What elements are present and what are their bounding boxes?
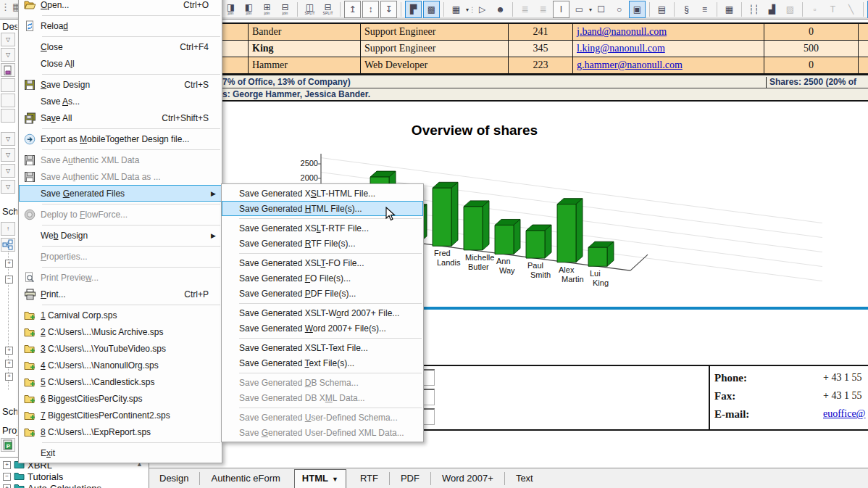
filter-button[interactable]: ▽: [1, 148, 15, 162]
join-below-icon[interactable]: ⊟join: [277, 1, 293, 18]
menu-item-3-c-users-youtubevideo-sps[interactable]: 3 C:\Users\...\YouTubeVideo.sps: [19, 340, 222, 357]
tree-expander-icon[interactable]: +: [3, 484, 11, 488]
split-vertical-icon[interactable]: ⊟SPLIT: [320, 1, 336, 18]
tree-expander-icon[interactable]: +: [5, 360, 13, 368]
tree-expander-icon[interactable]: +: [5, 260, 13, 268]
menu-item-save-generated-user-defined-xml-data[interactable]: Save Generated User-Defined XML Data...: [222, 425, 423, 440]
radio-button-icon[interactable]: ○: [611, 1, 627, 18]
split-horizontal-icon[interactable]: ◫SPLIT: [301, 1, 318, 18]
menu-item-2-c-users-music-archive-sps[interactable]: 2 C:\Users\...\Music Archive.sps: [19, 323, 222, 340]
menu-item-print-preview[interactable]: Print Preview...: [19, 269, 222, 286]
tab-html[interactable]: HTML▼: [294, 469, 346, 488]
tab-dropdown-icon[interactable]: ▼: [332, 476, 338, 483]
tree-expander-icon[interactable]: +: [5, 347, 13, 355]
menu-item-save-generated-xslt-html-file[interactable]: Save Generated XSLT-HTML File...: [222, 186, 423, 201]
menu-item-4-c-users-nanonullorg-sps[interactable]: 4 C:\Users\...\NanonullOrg.sps: [19, 357, 222, 373]
menu-item-save-generated-db-schema[interactable]: Save Generated DB Schema...: [222, 375, 423, 390]
chart-icon[interactable]: ▟: [764, 1, 780, 18]
layout-box-icon[interactable]: ▫: [806, 1, 823, 18]
barcode-icon[interactable]: ┆┆: [746, 1, 762, 18]
tab-pdf[interactable]: PDF: [390, 470, 430, 487]
menu-item-6-biggestcitiespercity-sps[interactable]: 6 BiggestCitiesPerCity.sps: [19, 390, 222, 407]
tree-expander-icon[interactable]: −: [5, 276, 13, 284]
format-list-1-icon[interactable]: ≣: [517, 1, 533, 18]
menu-item-reload[interactable]: Reload: [19, 17, 222, 34]
menu-item-export-as-mobiletogether-design-file[interactable]: Export as MobileTogether Design file...: [19, 131, 222, 147]
menu-item-save-generated-db-xml-data[interactable]: Save Generated DB XML Data...: [222, 390, 423, 405]
menu-item-close[interactable]: CloseCtrl+F4: [19, 38, 222, 55]
tree-expander-icon[interactable]: +: [5, 373, 13, 381]
tab-design[interactable]: Design: [149, 470, 199, 487]
group-box-icon[interactable]: ▣: [629, 1, 646, 18]
move-to-top-icon[interactable]: ↥: [344, 1, 361, 18]
menu-item-save-all[interactable]: Save AllCtrl+Shift+S: [19, 109, 222, 126]
tab-text[interactable]: Text: [505, 470, 544, 487]
drag-handle-icon[interactable]: ⋮: [1, 1, 10, 12]
filter-button[interactable]: ▽: [1, 48, 15, 62]
move-to-bottom-icon[interactable]: ↧: [380, 1, 397, 18]
user-element-icon[interactable]: ☻: [492, 1, 509, 18]
menu-item-save-generated-xslt-fo-file[interactable]: Save Generated XSLT-FO File...: [222, 255, 423, 270]
text-box-icon[interactable]: T: [825, 1, 841, 18]
combo-box-icon[interactable]: ▭: [571, 1, 588, 18]
tab-authentic-eform[interactable]: Authentic eForm: [200, 470, 291, 487]
project-icon[interactable]: P: [1, 438, 15, 452]
join-above-icon[interactable]: ⊞join: [259, 1, 275, 18]
menu-item-8-c-users-expreport-sps[interactable]: 8 C:\Users\...\ExpReport.sps: [19, 423, 222, 440]
filter-button[interactable]: ▽: [1, 33, 15, 46]
menu-item-save-authentic-xml-data[interactable]: Save Authentic XML Data: [19, 152, 222, 168]
join-left-icon[interactable]: ◧join: [241, 1, 257, 18]
menu-item-save-as[interactable]: Save As...: [19, 93, 222, 109]
insert-table-icon[interactable]: ▦: [448, 1, 464, 18]
dropdown-arrow-icon[interactable]: ▾: [589, 7, 592, 13]
tree-item-tutorials[interactable]: −Tutorials: [3, 471, 63, 482]
menu-item-save-authentic-xml-data-as[interactable]: Save Authentic XML Data as ...: [19, 168, 222, 185]
join-right-icon[interactable]: ◨join: [222, 1, 239, 18]
menu-item-save-generated-xslt-text-file[interactable]: Save Generated XSLT-Text File...: [222, 340, 423, 355]
empty-slot[interactable]: [1, 94, 15, 107]
filter-button[interactable]: ▽: [1, 180, 15, 194]
menu-item-save-generated-rtf-file-s[interactable]: Save Generated RTF File(s)...: [222, 236, 423, 251]
menu-item-close-all[interactable]: Close All: [19, 55, 222, 72]
empty-slot[interactable]: [1, 109, 15, 123]
menu-item-5-c-users-candlestick-sps[interactable]: 5 C:\Users\...\Candlestick.sps: [19, 373, 222, 390]
input-field-icon[interactable]: I: [553, 1, 569, 18]
menu-item-save-generated-user-defined-schema[interactable]: Save Generated User-Defined Schema...: [222, 410, 423, 425]
image-icon[interactable]: ▨: [782, 1, 798, 18]
auto-calculation-icon[interactable]: ▤: [654, 1, 670, 18]
tab-rtf[interactable]: RTF: [349, 470, 389, 487]
toggle-markup-grid-icon[interactable]: ▩: [423, 1, 440, 18]
tab-word-2007-[interactable]: Word 2007+: [431, 470, 504, 487]
menu-item-save-generated-xslt-word-2007-file[interactable]: Save Generated XSLT-Word 2007+ File...: [222, 305, 423, 320]
employee-email-link[interactable]: l.king@nanonull.com: [577, 43, 665, 54]
menu-item-save-generated-files[interactable]: Save Generated Files▶: [19, 185, 222, 202]
layout-line-icon[interactable]: ╲: [843, 1, 859, 18]
contact-email-link[interactable]: euoffice@: [823, 408, 866, 420]
filter-button[interactable]: ▽: [1, 132, 15, 146]
move-row-icon[interactable]: ↕: [362, 1, 379, 18]
check-box-icon[interactable]: ☐: [593, 1, 609, 18]
tree-item-auto-calculations[interactable]: +Auto-Calculations: [3, 483, 101, 488]
paragraph-icon[interactable]: §: [678, 1, 695, 18]
menu-item-1-carnival-corp-sps[interactable]: 1 Carnival Corp.sps: [19, 307, 222, 323]
menu-item-save-generated-xslt-rtf-file[interactable]: Save Generated XSLT-RTF File...: [222, 220, 423, 236]
format-list-2-icon[interactable]: ≣: [535, 1, 551, 18]
menu-item-save-generated-pdf-file-s[interactable]: Save Generated PDF File(s)...: [222, 286, 423, 301]
filter-button[interactable]: ▽: [1, 164, 15, 178]
employee-email-link[interactable]: g.hammer@nanonull.com: [577, 59, 683, 71]
schema-tree-icon[interactable]: [1, 238, 15, 252]
bullet-list-icon[interactable]: ≡: [696, 1, 713, 18]
menu-item-properties[interactable]: Properties...: [19, 248, 222, 265]
menu-item-save-generated-text-file-s[interactable]: Save Generated Text File(s)...: [222, 355, 423, 371]
menu-item-7-biggestcitiespercontinent2-sps[interactable]: 7 BiggestCitiesPerContinent2.sps: [19, 407, 222, 423]
design-fragment-icon[interactable]: ▷: [474, 1, 491, 18]
menu-item-print[interactable]: Print...Ctrl+P: [19, 286, 222, 302]
template-page-icon[interactable]: [1, 63, 15, 77]
menu-item-save-generated-word-2007-file-s[interactable]: Save Generated Word 2007+ File(s)...: [222, 320, 423, 336]
toggle-design-pane-icon[interactable]: ▛: [405, 1, 422, 18]
employee-email-link[interactable]: j.band@nanonull.com: [577, 26, 667, 38]
menu-item-deploy-to-flowforce[interactable]: Deploy to FlowForce...: [19, 206, 222, 223]
menu-item-save-design[interactable]: Save DesignCtrl+S: [19, 76, 222, 93]
sort-button[interactable]: ↑: [1, 222, 15, 236]
menu-item-save-generated-fo-file-s[interactable]: Save Generated FO File(s)...: [222, 270, 423, 286]
